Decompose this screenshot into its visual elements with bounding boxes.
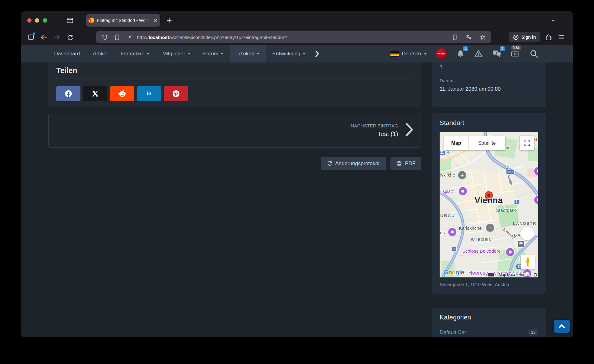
forward-icon[interactable] bbox=[52, 32, 62, 42]
nav-item-entwicklung[interactable]: Entwicklung bbox=[266, 45, 312, 62]
nav-item-lexikon[interactable]: Lexikon bbox=[230, 45, 266, 62]
church-poi-icon[interactable]: + bbox=[458, 171, 466, 179]
sidebar-toggle-icon[interactable] bbox=[26, 32, 36, 42]
google-map[interactable]: Vienna Stadtpark LANDSTR Karlskirche WIE… bbox=[440, 132, 538, 277]
map-label-partial: es bbox=[440, 230, 445, 235]
minimize-window-button[interactable] bbox=[35, 18, 39, 23]
entry-actions: Änderungsprotokoll PDF bbox=[48, 157, 421, 170]
categories-title: Kategorien bbox=[440, 314, 538, 321]
scroll-to-top-button[interactable] bbox=[554, 320, 570, 333]
back-icon[interactable] bbox=[39, 32, 49, 42]
category-link[interactable]: Default Cat bbox=[440, 329, 466, 336]
browser-tab[interactable]: 4 Eintrag mit Standort - WoltLab S bbox=[86, 14, 160, 27]
menu-hamburger-icon[interactable] bbox=[557, 32, 566, 42]
firefox-view-icon[interactable] bbox=[66, 17, 74, 24]
map-type-map-button[interactable]: Map bbox=[444, 136, 468, 150]
share-reddit-button[interactable] bbox=[110, 86, 134, 101]
url-text[interactable]: http://localhost/woltlab/lexicon/index.p… bbox=[137, 35, 287, 40]
location-title: Standort bbox=[440, 119, 538, 126]
map-settings-icon[interactable] bbox=[534, 273, 537, 276]
next-entry-text: NÄCHSTER EINTRAG Test (1) bbox=[351, 123, 398, 138]
categories-box: Kategorien Default Cat 23 bbox=[432, 308, 546, 337]
keyboard-shortcuts-icon[interactable] bbox=[488, 273, 494, 276]
pan-control[interactable] bbox=[520, 227, 534, 240]
language-selector[interactable]: Deutsch bbox=[390, 51, 427, 57]
aquarium-poi-icon[interactable] bbox=[448, 228, 456, 236]
search-icon[interactable] bbox=[529, 49, 539, 58]
chevron-right-icon bbox=[405, 122, 414, 138]
share-x-button[interactable] bbox=[83, 86, 107, 101]
translate-icon[interactable] bbox=[464, 32, 473, 42]
shield-icon[interactable] bbox=[100, 32, 109, 42]
terms-link[interactable]: Terms bbox=[519, 272, 529, 277]
attraction-poi-icon[interactable] bbox=[459, 187, 467, 195]
chevron-up-icon bbox=[558, 323, 566, 329]
nav-item-artikel[interactable]: Artikel bbox=[86, 45, 114, 62]
pdf-button[interactable]: PDF bbox=[390, 157, 421, 170]
close-tab-icon[interactable] bbox=[154, 19, 157, 22]
list-all-tabs-icon[interactable] bbox=[550, 18, 556, 23]
map-data-link[interactable]: Map Data bbox=[499, 272, 515, 277]
next-entry-card[interactable]: NÄCHSTER EINTRAG Test (1) bbox=[48, 113, 421, 148]
changelog-button[interactable]: Änderungsprotokoll bbox=[321, 157, 386, 170]
conversation-count-badge: 2 bbox=[500, 46, 505, 51]
share-facebook-button[interactable] bbox=[56, 86, 80, 101]
reload-icon[interactable] bbox=[65, 32, 75, 42]
user-avatar[interactable]: viecode bbox=[436, 48, 447, 59]
currency-count-badge: 9,6k bbox=[511, 45, 521, 50]
sign-in-label: Sign in bbox=[521, 35, 536, 40]
notifications-bell-icon[interactable]: 4 bbox=[456, 49, 465, 58]
date-value: 11. Januar 2030 um 00:00 bbox=[440, 86, 538, 92]
fullscreen-icon[interactable] bbox=[520, 136, 534, 150]
moderation-warning-icon[interactable] bbox=[474, 49, 483, 58]
street-view-pegman-icon[interactable] bbox=[521, 255, 535, 269]
site-navigation: Dashboard Artikel Formulare Mitglieder F… bbox=[21, 45, 573, 62]
share-linkedin-button[interactable]: in bbox=[137, 86, 161, 101]
zoom-window-button[interactable] bbox=[43, 18, 47, 23]
nav-item-mitglieder[interactable]: Mitglieder bbox=[156, 45, 197, 62]
reddit-icon bbox=[118, 89, 127, 98]
conversations-icon[interactable]: 2 bbox=[492, 49, 501, 58]
facebook-icon bbox=[64, 89, 73, 98]
museum-poi-icon[interactable] bbox=[506, 248, 514, 256]
church-poi-icon[interactable]: + bbox=[486, 224, 494, 232]
route-badge: 21 bbox=[440, 151, 445, 155]
extensions-icon[interactable] bbox=[544, 32, 553, 42]
page-info-icon[interactable] bbox=[112, 32, 122, 42]
tab-title: Eintrag mit Standort - WoltLab S bbox=[97, 18, 151, 23]
window-controls bbox=[27, 18, 47, 23]
map-type-satellite-button[interactable]: Satellite bbox=[468, 136, 505, 150]
nav-item-forum[interactable]: Forum bbox=[197, 45, 230, 62]
permissions-icon[interactable] bbox=[125, 32, 134, 42]
printer-icon bbox=[396, 161, 402, 166]
bookmark-star-icon[interactable] bbox=[478, 32, 487, 42]
url-bar[interactable]: http://localhost/woltlab/lexicon/index.p… bbox=[96, 31, 491, 43]
close-window-button[interactable] bbox=[27, 18, 32, 23]
nav-user-area: Deutsch viecode 4 2 9,6k bbox=[390, 45, 573, 62]
currency-icon[interactable]: 9,6k bbox=[511, 49, 520, 58]
nav-item-dashboard[interactable]: Dashboard bbox=[48, 45, 86, 62]
refresh-icon bbox=[327, 161, 332, 166]
sidebar-notification-dot bbox=[33, 32, 35, 35]
map-label-district: LANDSTR bbox=[513, 221, 536, 226]
pinterest-icon bbox=[171, 89, 181, 98]
map-label-partial: R bbox=[535, 234, 538, 238]
category-count-badge: 23 bbox=[528, 329, 538, 336]
divider bbox=[56, 79, 413, 79]
sign-in-button[interactable]: Sign in bbox=[509, 32, 540, 42]
sidebar: 1 Datum 11. Januar 2030 um 00:00 Standor… bbox=[432, 62, 546, 337]
google-logo[interactable]: Google bbox=[444, 269, 464, 276]
category-row: Default Cat 23 bbox=[440, 329, 538, 336]
browser-window: 4 Eintrag mit Standort - WoltLab S bbox=[21, 11, 573, 337]
chevron-down-icon bbox=[147, 53, 149, 56]
transit-station-icon[interactable] bbox=[518, 241, 524, 247]
share-pinterest-button[interactable] bbox=[164, 86, 188, 101]
nav-overflow-chevron-icon[interactable] bbox=[315, 50, 319, 58]
route-badge: 1 bbox=[514, 200, 519, 204]
new-tab-button[interactable] bbox=[166, 17, 173, 24]
chevron-down-icon bbox=[221, 53, 223, 56]
route-badge: 1 bbox=[452, 247, 456, 251]
map-label-district: DA bbox=[514, 233, 521, 238]
reader-mode-icon[interactable] bbox=[450, 32, 459, 42]
nav-item-formulare[interactable]: Formulare bbox=[114, 45, 156, 62]
